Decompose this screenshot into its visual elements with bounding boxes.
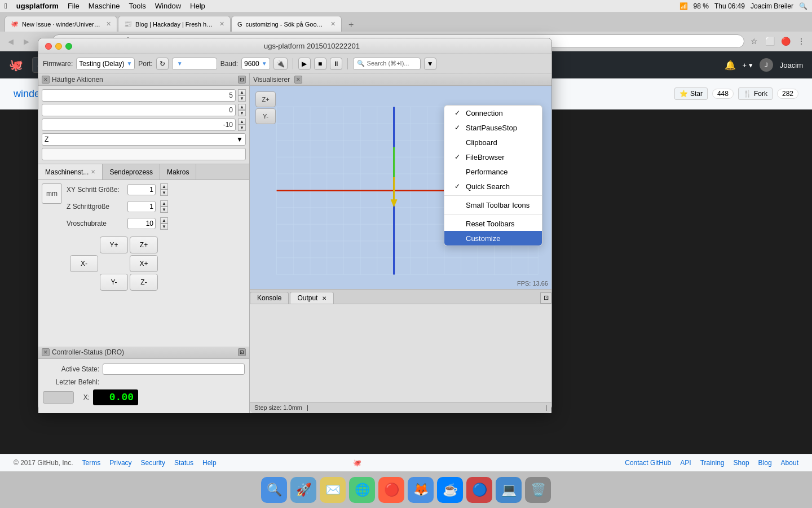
browser-tab-2[interactable]: G customizing - Sök på Google ✕ [231,16,342,32]
status-link[interactable]: Status [174,459,193,467]
ha-spinner-up-3[interactable]: ▲ [238,119,246,125]
app-name[interactable]: ugsplatform [16,2,59,10]
api-link[interactable]: API [680,459,691,467]
screenshot-icon[interactable]: ⬜ [764,35,776,47]
pause-button[interactable]: ⏸ [330,58,342,70]
tab-sendeprozess[interactable]: Sendeprozess [103,164,160,179]
file-menu[interactable]: File [68,2,80,10]
ha-input-3[interactable] [42,119,236,131]
add-icon[interactable]: + ▾ [743,61,753,69]
ha-spinner-up-1[interactable]: ▲ [238,89,246,95]
vro-spinner-up[interactable]: ▲ [160,217,168,224]
menu-quicksearch[interactable]: ✓ Quick Search [444,179,542,194]
menu-clipboard[interactable]: Clipboard [444,135,542,150]
port-select[interactable]: ▼ [172,58,217,70]
jog-y-plus[interactable]: Y+ [100,237,128,253]
fork-button[interactable]: 🍴 Fork [738,87,773,100]
window-menu[interactable]: Window [155,2,181,10]
dock-mail[interactable]: ✉️ [320,477,346,503]
tab-maschinenst[interactable]: Maschinenst... ✕ [38,164,103,179]
tab-close-2[interactable]: ✕ [330,20,336,28]
chrome-menu-icon[interactable]: ⋮ [795,35,807,47]
ha-spinner-down-3[interactable]: ▼ [238,125,246,131]
window-maximize-button[interactable] [65,43,72,50]
menu-customize[interactable]: Customize [444,231,542,246]
dock-firefox[interactable]: 🦊 [408,477,434,503]
bottom-tab-output[interactable]: Output ✕ [290,292,333,304]
dock-java[interactable]: ☕ [437,477,463,503]
xy-input[interactable] [127,184,156,195]
z-input[interactable] [127,201,156,212]
tools-menu[interactable]: Tools [129,2,145,10]
stop-button[interactable]: ■ [314,58,326,70]
browser-tab-1[interactable]: 📰 Blog | Hackaday | Fresh hacks... ✕ [118,16,231,32]
bottom-panel-expand-btn[interactable]: ⊡ [540,292,551,304]
shop-link[interactable]: Shop [734,459,749,467]
z-plus-button[interactable]: Z+ [255,91,276,107]
menu-small-toolbar[interactable]: Small Toolbar Icons [444,198,542,212]
extensions-icon[interactable]: 🔴 [779,35,792,47]
dock-arduino[interactable]: 🔵 [466,477,492,503]
dock-photos[interactable]: 🌐 [349,477,375,503]
z-spinner-up[interactable]: ▲ [160,200,168,207]
play-button[interactable]: ▶ [298,58,311,70]
user-avatar[interactable]: J [760,58,773,72]
dock-launchpad[interactable]: 🚀 [290,477,316,503]
z-minus-button[interactable]: Y- [255,108,276,124]
xy-spinner-up[interactable]: ▲ [160,183,168,190]
window-minimize-button[interactable] [55,43,62,50]
panel-maximize-button[interactable]: ⊡ [238,76,246,84]
menu-reset-toolbars[interactable]: Reset Toolbars [444,216,542,231]
visualizer-close-btn[interactable]: ✕ [294,76,302,84]
contact-github-link[interactable]: Contact GitHub [625,459,671,467]
browser-tab-0[interactable]: 🐙 New Issue · winder/Universal-... ✕ [5,16,117,32]
security-link[interactable]: Security [141,459,165,467]
jog-y-minus[interactable]: Y- [100,274,128,291]
jog-z-plus[interactable]: Z+ [130,237,158,253]
github-username[interactable]: Joacim [780,61,803,69]
ha-input-1[interactable] [42,89,236,102]
controller-maximize-btn[interactable]: ⊡ [238,348,246,356]
menu-startpausestop[interactable]: ✓ StartPauseStop [444,120,542,135]
toolbar-search-box[interactable]: 🔍 Search (⌘+I)... [353,58,421,70]
refresh-port-button[interactable]: ↻ [156,58,169,70]
firmware-select[interactable]: Testing (Delay) ▼ [76,58,135,70]
search-icon[interactable]: 🔍 [799,2,807,10]
toolbar-options-button[interactable]: ▼ [424,58,436,70]
back-button[interactable]: ◀ [5,35,17,47]
forward-button[interactable]: ▶ [20,35,33,47]
bottom-tab-konsole[interactable]: Konsole [250,292,289,304]
window-close-button[interactable] [45,43,52,50]
privacy-link[interactable]: Privacy [109,459,131,467]
menu-filebrowser[interactable]: ✓ FileBrowser [444,150,542,164]
blog-link[interactable]: Blog [758,459,772,467]
vro-spinner-down[interactable]: ▼ [160,224,168,230]
connect-button[interactable]: 🔌 [273,58,288,70]
z-spinner-down[interactable]: ▼ [160,207,168,213]
vro-input[interactable] [127,218,156,229]
output-close-icon[interactable]: ✕ [322,295,326,301]
notifications-icon[interactable]: 🔔 [725,60,736,71]
new-tab-button[interactable]: + [345,18,358,32]
ha-input-2[interactable] [42,104,236,116]
menu-performance[interactable]: Performance [444,164,542,179]
baud-select[interactable]: 9600 ▼ [241,58,270,70]
dock-netbeans[interactable]: 💻 [496,477,522,503]
maschine-menu[interactable]: Maschine [89,2,120,10]
tab-close-0[interactable]: ✕ [106,20,111,28]
menu-connection[interactable]: ✓ Connection [444,106,542,120]
star-button[interactable]: ⭐ Star [674,87,708,100]
jog-x-minus[interactable]: X- [70,255,98,272]
ha-dropdown[interactable]: Z ▼ [42,133,246,146]
controller-close-btn[interactable]: ✕ [42,348,50,356]
help-menu[interactable]: Help [190,2,205,10]
dock-trash[interactable]: 🗑️ [525,477,551,503]
bookmark-star-icon[interactable]: ☆ [748,35,760,47]
xy-spinner-down[interactable]: ▼ [160,190,168,196]
apple-menu[interactable]:  [5,2,7,10]
ha-spinner-up-2[interactable]: ▲ [238,104,246,110]
ha-text-input[interactable] [42,148,246,160]
terms-link[interactable]: Terms [82,459,101,467]
ha-spinner-down-1[interactable]: ▼ [238,95,246,102]
tab-makros[interactable]: Makros [160,164,196,179]
